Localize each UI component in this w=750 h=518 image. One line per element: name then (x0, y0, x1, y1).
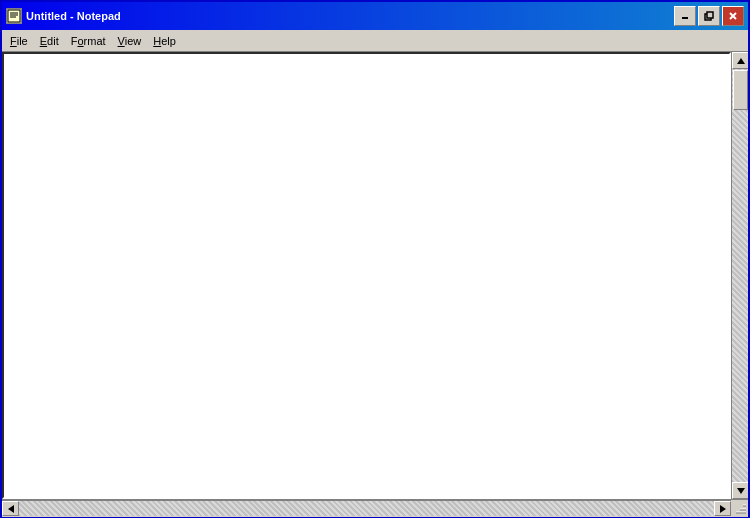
title-bar-buttons (674, 6, 744, 26)
scroll-v-thumb[interactable] (733, 70, 748, 110)
svg-marker-10 (737, 488, 745, 494)
svg-rect-0 (8, 10, 20, 22)
svg-marker-12 (720, 505, 726, 513)
menu-help[interactable]: Help (147, 33, 182, 49)
notepad-window: Untitled - Notepad F (0, 0, 750, 518)
minimize-button[interactable] (674, 6, 696, 26)
title-bar: Untitled - Notepad (2, 2, 748, 30)
scroll-down-button[interactable] (732, 482, 748, 499)
scroll-left-button[interactable] (2, 501, 19, 516)
svg-marker-11 (8, 505, 14, 513)
horizontal-scrollbar (2, 500, 731, 517)
menu-edit[interactable]: Edit (34, 33, 65, 49)
scroll-right-button[interactable] (714, 501, 731, 516)
resize-grip[interactable] (731, 500, 748, 517)
svg-rect-6 (707, 12, 713, 18)
menu-file[interactable]: File (4, 33, 34, 49)
scroll-h-track[interactable] (19, 501, 714, 516)
vertical-scrollbar (731, 52, 748, 499)
scroll-v-track[interactable] (732, 69, 748, 482)
window-title: Untitled - Notepad (26, 10, 121, 22)
close-button[interactable] (722, 6, 744, 26)
menu-bar: File Edit Format View Help (2, 30, 748, 52)
menu-view[interactable]: View (112, 33, 148, 49)
title-bar-left: Untitled - Notepad (6, 8, 121, 24)
svg-marker-9 (737, 58, 745, 64)
content-area (2, 52, 748, 499)
text-editor[interactable] (4, 54, 729, 497)
bottom-bar (2, 499, 748, 516)
text-area-wrapper (2, 52, 731, 499)
menu-format[interactable]: Format (65, 33, 112, 49)
app-icon (6, 8, 22, 24)
restore-button[interactable] (698, 6, 720, 26)
scroll-up-button[interactable] (732, 52, 748, 69)
